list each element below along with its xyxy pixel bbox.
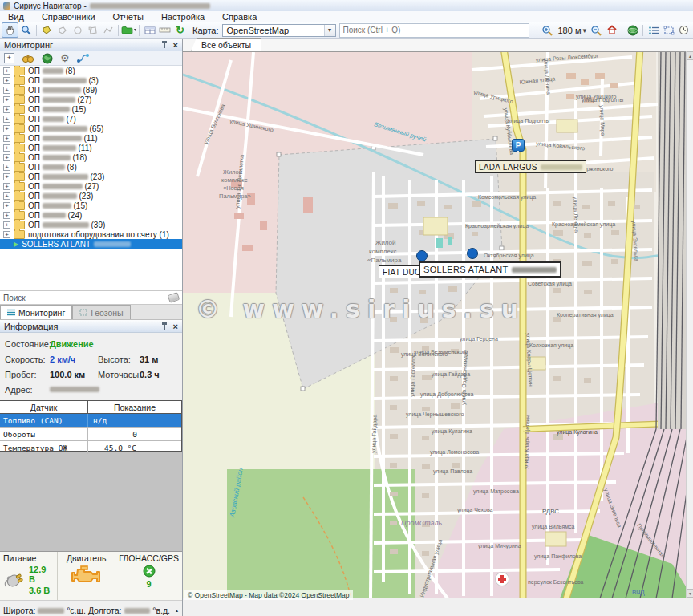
expand-icon[interactable]: + <box>3 202 10 209</box>
add-circle-button[interactable] <box>70 23 85 37</box>
close-icon[interactable]: × <box>173 322 178 330</box>
search-input[interactable] <box>340 26 529 35</box>
tree-item[interactable]: +ОП (11) <box>0 143 182 152</box>
pin-icon[interactable] <box>161 322 168 330</box>
tree-item[interactable]: +ОП (65) <box>0 124 182 133</box>
parking-marker[interactable]: P <box>512 139 525 152</box>
menu-help[interactable]: Справка <box>222 12 257 22</box>
scroll-up-arrow[interactable]: ▲ <box>687 51 693 60</box>
tab-all-objects[interactable]: Все объекты <box>191 38 261 51</box>
expand-icon[interactable]: + <box>3 154 10 161</box>
sensor-row-rpm[interactable]: Обороты 0 <box>0 428 181 441</box>
industrial-area-label: ПромСталь <box>401 519 443 527</box>
map-provider-combo[interactable]: OpenStreetMap ▾ <box>222 24 336 37</box>
menu-settings[interactable]: Настройка <box>161 12 205 22</box>
window-title: Сириус Навигатор - <box>14 2 87 10</box>
layers-button[interactable] <box>121 23 136 37</box>
redacted-plate <box>94 241 131 247</box>
menu-directories[interactable]: Справочники <box>42 12 95 22</box>
pin-icon[interactable] <box>161 41 168 48</box>
objects-list-button[interactable] <box>646 23 661 37</box>
expand-icon[interactable]: + <box>3 192 10 200</box>
tree-item[interactable]: +ОП (18) <box>0 152 182 162</box>
polyline-button[interactable] <box>100 23 116 37</box>
ruler-button[interactable] <box>157 23 172 37</box>
tree-item[interactable]: +ОП (27) <box>0 181 182 191</box>
eraser-icon[interactable] <box>168 292 180 303</box>
map-canvas[interactable]: улица Розы Люксембург Южная улица улица … <box>183 52 693 598</box>
expand-icon[interactable]: + <box>3 77 10 84</box>
tree-item[interactable]: +ОП (23) <box>0 191 182 201</box>
tree-item[interactable]: +ОП (3) <box>0 75 182 85</box>
expand-icon[interactable]: + <box>3 173 10 180</box>
expand-icon[interactable]: + <box>3 221 10 229</box>
zoom-tool-button[interactable] <box>18 23 34 37</box>
history-button[interactable] <box>676 23 691 37</box>
vehicle-label-sollers[interactable]: SOLLERS ATALANT <box>419 261 561 278</box>
globe-icon[interactable] <box>42 53 53 64</box>
expand-icon[interactable]: + <box>3 96 10 103</box>
zoom-in-button[interactable] <box>540 23 555 37</box>
tree-item[interactable]: +ОП (11) <box>0 133 182 143</box>
globe-button[interactable] <box>625 23 640 37</box>
expand-icon[interactable]: + <box>3 212 10 219</box>
home-button[interactable] <box>604 23 619 37</box>
street-label: улица Павлова <box>433 468 472 475</box>
tree-item-preparation[interactable]: + подготовка оборудования по счету (1) <box>0 229 182 239</box>
expand-icon[interactable]: + <box>3 144 10 152</box>
add-polygon-button[interactable] <box>55 23 70 37</box>
zoom-out-button[interactable] <box>589 23 604 37</box>
sort-up-icon[interactable]: ▲ <box>175 608 179 613</box>
tree-item[interactable]: +ОП (24) <box>0 210 182 220</box>
tree-item[interactable]: +ОП (23) <box>0 172 182 181</box>
panel-tabs: Мониторинг Геозоны <box>0 305 182 320</box>
expand-icon[interactable]: + <box>3 67 10 75</box>
route-icon[interactable] <box>77 53 89 63</box>
vehicle-dot-marker[interactable] <box>467 248 478 259</box>
menu-reports[interactable]: Отчёты <box>113 12 144 22</box>
expand-icon[interactable]: + <box>3 164 10 171</box>
tree-item[interactable]: +ОП (39) <box>0 220 182 229</box>
sensor-row-fuel[interactable]: Топливо (CAN) н/д <box>0 414 181 428</box>
tab-geozones[interactable]: Геозоны <box>72 305 130 319</box>
tree-item[interactable]: +ОП (8) <box>0 66 182 75</box>
expand-icon[interactable]: + <box>3 135 10 142</box>
expand-icon[interactable]: + <box>3 231 10 238</box>
close-icon[interactable]: × <box>173 41 178 49</box>
draw-area-button[interactable] <box>39 23 55 37</box>
tree-search-value[interactable]: Поиск <box>3 294 26 302</box>
hand-icon <box>5 25 15 35</box>
scroll-down-arrow[interactable]: ▼ <box>687 589 693 598</box>
sensor-name: Обороты <box>0 428 88 440</box>
menu-view[interactable]: Вид <box>8 12 24 22</box>
refresh-button[interactable]: ↻ <box>172 23 188 37</box>
tree-item-selected-vehicle[interactable]: ▶ SOLLERS ATLANT <box>0 239 182 249</box>
expand-icon[interactable]: + <box>3 87 10 94</box>
hours-value[interactable]: 0.3 ч <box>140 370 160 379</box>
mileage-value[interactable]: 100.0 км <box>50 370 95 379</box>
expand-icon[interactable]: + <box>3 116 10 123</box>
binoculars-icon[interactable] <box>22 54 34 63</box>
sensor-row-coolant[interactable]: Температура ОЖ 45.0 °C <box>0 441 181 455</box>
grid-view-button[interactable] <box>142 23 157 37</box>
gear-icon[interactable]: ⚙ <box>60 53 70 63</box>
edit-polygon-button[interactable] <box>85 23 100 37</box>
expand-icon[interactable]: + <box>3 183 10 190</box>
tree-item[interactable]: +ОП (8) <box>0 162 182 172</box>
expand-icon[interactable]: + <box>3 125 10 132</box>
tree-item[interactable]: +ОП (7) <box>0 114 182 124</box>
expand-icon[interactable]: + <box>3 106 10 113</box>
map-scrollbar[interactable]: ▲ ▼ <box>686 51 693 598</box>
tab-monitoring[interactable]: Мониторинг <box>0 305 72 319</box>
tree-item[interactable]: +ОП (89) <box>0 85 182 95</box>
pan-tool-button[interactable] <box>2 22 18 38</box>
map-scale-control[interactable]: 180 м ▾ <box>557 26 586 35</box>
geozone-select-button[interactable] <box>661 23 676 37</box>
tree-item[interactable]: +ОП (15) <box>0 201 182 210</box>
tree-item[interactable]: +ОП (27) <box>0 95 182 104</box>
tree-item[interactable]: +ОП (15) <box>0 104 182 114</box>
expand-all-button[interactable]: + <box>4 53 14 63</box>
chevron-down-icon[interactable]: ▾ <box>324 25 335 36</box>
vehicle-label-lada[interactable]: LADA LARGUS <box>475 160 586 173</box>
vehicle-dot-marker[interactable] <box>416 250 428 261</box>
